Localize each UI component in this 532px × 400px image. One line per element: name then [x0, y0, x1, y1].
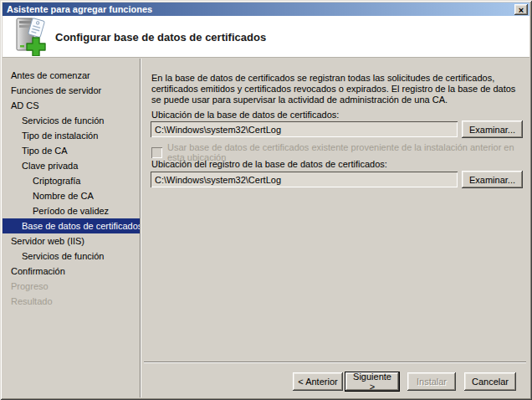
- sidebar-item: Progreso: [3, 279, 140, 294]
- sidebar-item[interactable]: Funciones de servidor: [3, 83, 140, 98]
- sidebar-item[interactable]: Servicios de función: [3, 113, 140, 128]
- page-title: Configurar base de datos de certificados: [55, 16, 266, 58]
- sidebar-item[interactable]: Clave privada: [3, 158, 140, 173]
- existing-db-checkbox: [151, 147, 162, 158]
- close-button[interactable]: ×: [514, 4, 528, 15]
- sidebar-item[interactable]: Confirmación: [3, 264, 140, 279]
- title-bar[interactable]: Asistente para agregar funciones ×: [3, 3, 529, 16]
- sidebar-item: Resultado: [3, 294, 140, 309]
- sidebar-item[interactable]: Antes de comenzar: [3, 68, 140, 83]
- sidebar-item[interactable]: Tipo de CA: [3, 143, 140, 158]
- page-description: En la base de datos de certificados se r…: [151, 73, 525, 105]
- sidebar-item[interactable]: Criptografía: [3, 173, 140, 188]
- sidebar-item[interactable]: Servicios de función: [3, 249, 140, 264]
- log-location-input[interactable]: [151, 172, 458, 187]
- sidebar-item[interactable]: Tipo de instalación: [3, 128, 140, 143]
- db-location-label: Ubicación de la base de datos de certifi…: [151, 110, 339, 120]
- install-button: Instalar: [407, 372, 456, 391]
- cancel-button[interactable]: Cancelar: [464, 372, 516, 391]
- wizard-window: Asistente para agregar funciones ×: [0, 0, 532, 400]
- back-button[interactable]: < Anterior: [293, 372, 343, 391]
- sidebar-item[interactable]: Nombre de CA: [3, 188, 140, 203]
- server-add-certificate-icon: [10, 18, 50, 56]
- db-location-input[interactable]: [151, 121, 458, 137]
- close-icon: ×: [519, 6, 524, 14]
- sidebar-item[interactable]: Servidor web (IIS): [3, 233, 140, 249]
- sidebar-divider: [140, 59, 141, 397]
- browse-log-button[interactable]: Examinar...: [462, 171, 523, 188]
- browse-db-button[interactable]: Examinar...: [462, 121, 523, 138]
- sidebar-item[interactable]: Base de datos de certificados: [3, 218, 140, 233]
- window-title: Asistente para agregar funciones: [7, 4, 152, 14]
- next-button[interactable]: Siguiente >: [345, 372, 399, 391]
- footer-separator: [144, 362, 526, 363]
- sidebar-item[interactable]: AD CS: [3, 98, 140, 113]
- wizard-header: Configurar base de datos de certificados: [3, 16, 529, 58]
- log-location-label: Ubicación del registro de la base de dat…: [151, 159, 387, 169]
- sidebar-item[interactable]: Período de validez: [3, 203, 140, 218]
- sidebar-nav: Antes de comenzarFunciones de servidorAD…: [3, 59, 140, 397]
